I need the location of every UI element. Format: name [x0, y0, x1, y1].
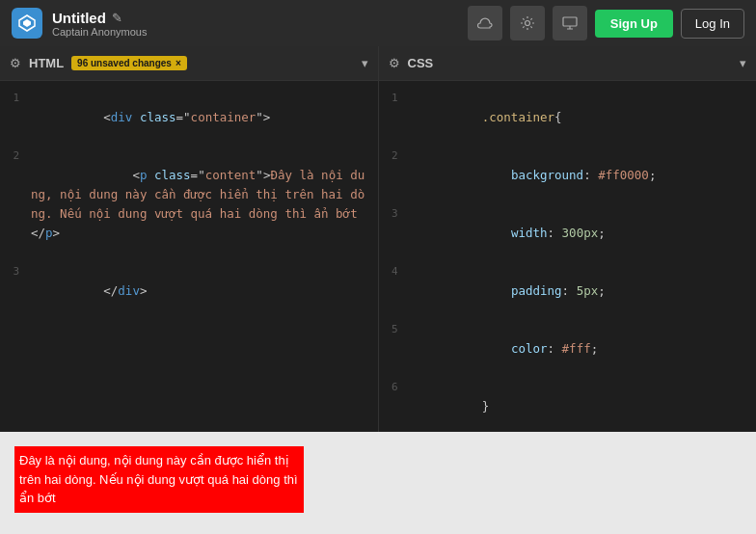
monitor-button[interactable]	[553, 6, 587, 40]
unsaved-badge: 96 unsaved changes ×	[71, 56, 187, 70]
preview-text: Đây là nội dung, nội dung này cần được h…	[19, 451, 299, 508]
css-line-4: 4 padding: 5px;	[379, 262, 757, 320]
unsaved-close-icon[interactable]: ×	[176, 58, 181, 68]
css-line-3: 3 width: 300px;	[379, 204, 757, 262]
project-title: Untitled	[52, 10, 106, 26]
user-subtitle: Captain Anonymous	[52, 26, 147, 38]
html-panel-title: HTML	[29, 56, 64, 70]
css-code-editor[interactable]: 1 .container{ 2 background: #ff0000; 3 w…	[379, 81, 757, 432]
html-header-left: ⚙ HTML 96 unsaved changes ×	[10, 56, 187, 70]
css-line-6: 6 }	[379, 378, 757, 432]
css-gear-icon[interactable]: ⚙	[389, 56, 400, 70]
html-panel-chevron-icon[interactable]: ▾	[362, 56, 368, 70]
css-panel-title: CSS	[408, 56, 434, 70]
css-panel-chevron-icon[interactable]: ▾	[740, 56, 746, 70]
css-panel: ⚙ CSS ▾ 1 .container{ 2 background: #ff0…	[379, 46, 757, 432]
title-area: Untitled ✎ Captain Anonymous	[52, 10, 147, 38]
unsaved-badge-text: 96 unsaved changes	[77, 58, 172, 68]
cloud-button[interactable]	[468, 6, 502, 40]
html-code-editor[interactable]: 1 <div class="container"> 2 <p class="co…	[0, 81, 378, 432]
css-line-2: 2 background: #ff0000;	[379, 147, 757, 204]
html-panel: ⚙ HTML 96 unsaved changes × ▾ 1 <div cla…	[0, 46, 379, 432]
title-row: Untitled ✎	[52, 10, 147, 26]
edit-title-icon[interactable]: ✎	[112, 11, 122, 25]
signup-button[interactable]: Sign Up	[595, 10, 673, 38]
topbar: Untitled ✎ Captain Anonymous Sign Up Log…	[0, 0, 756, 46]
editor-area: ⚙ HTML 96 unsaved changes × ▾ 1 <div cla…	[0, 46, 756, 432]
css-line-5: 5 color: #fff;	[379, 320, 757, 378]
svg-rect-3	[563, 17, 577, 26]
svg-marker-1	[23, 19, 31, 27]
css-line-1: 1 .container{	[379, 89, 757, 147]
css-header-left: ⚙ CSS	[389, 56, 434, 70]
topbar-right: Sign Up Log In	[468, 6, 744, 40]
html-line-1: 1 <div class="container">	[0, 89, 378, 147]
svg-point-2	[525, 21, 529, 26]
topbar-left: Untitled ✎ Captain Anonymous	[12, 8, 147, 39]
html-line-2: 2 <p class="content">Đây là nội dung, nộ…	[0, 147, 378, 262]
preview-box: Đây là nội dung, nội dung này cần được h…	[14, 446, 304, 513]
settings-button[interactable]	[510, 6, 545, 40]
html-gear-icon[interactable]: ⚙	[10, 56, 21, 70]
logo	[12, 8, 42, 39]
login-button[interactable]: Log In	[681, 9, 744, 39]
html-line-3: 3 </div>	[0, 262, 378, 320]
css-panel-header: ⚙ CSS ▾	[379, 46, 757, 81]
html-panel-header: ⚙ HTML 96 unsaved changes × ▾	[0, 46, 378, 81]
preview-area: Đây là nội dung, nội dung này cần được h…	[0, 432, 756, 534]
